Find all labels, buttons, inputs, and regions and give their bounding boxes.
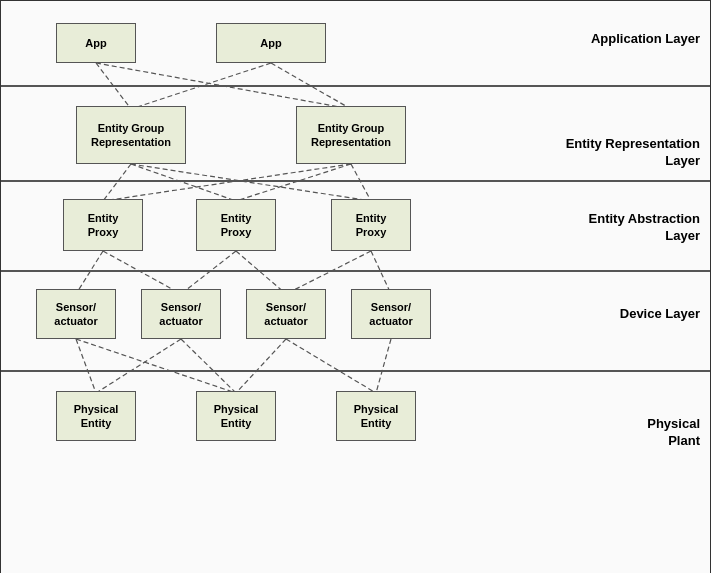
representation-layer-label: Entity RepresentationLayer (520, 119, 700, 170)
sa-box-4: Sensor/actuator (351, 289, 431, 339)
physical-layer-label: PhysicalPlant (520, 416, 700, 450)
sa-box-1: Sensor/actuator (36, 289, 116, 339)
sa-box-3: Sensor/actuator (246, 289, 326, 339)
abstraction-layer-label: Entity AbstractionLayer (520, 211, 700, 245)
ep-box-2: EntityProxy (196, 199, 276, 251)
egr-box-2: Entity GroupRepresentation (296, 106, 406, 164)
application-layer-label: Application Layer (520, 31, 700, 48)
pe-box-3: PhysicalEntity (336, 391, 416, 441)
pe-box-1: PhysicalEntity (56, 391, 136, 441)
pe-box-2: PhysicalEntity (196, 391, 276, 441)
sa-box-2: Sensor/actuator (141, 289, 221, 339)
device-layer-label: Device Layer (520, 306, 700, 323)
app-box-1: App (56, 23, 136, 63)
ep-box-3: EntityProxy (331, 199, 411, 251)
ep-box-1: EntityProxy (63, 199, 143, 251)
architecture-diagram: Application Layer Entity RepresentationL… (0, 0, 711, 573)
app-box-2: App (216, 23, 326, 63)
egr-box-1: Entity GroupRepresentation (76, 106, 186, 164)
